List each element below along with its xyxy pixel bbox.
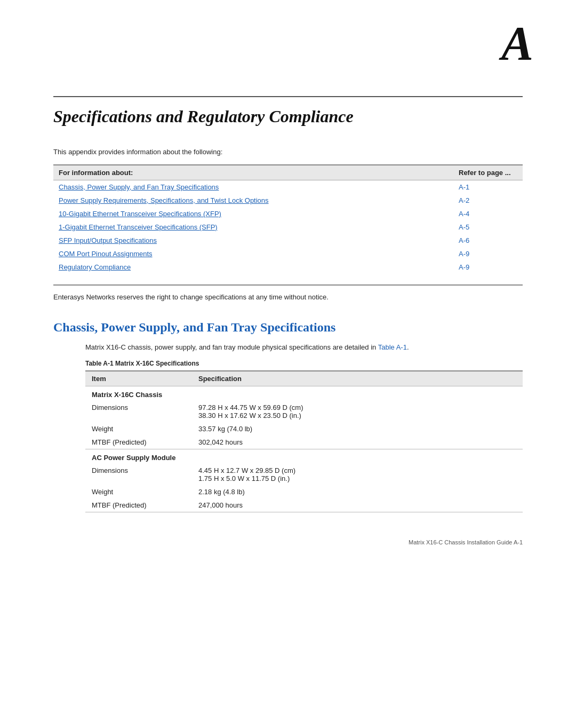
toc-page-ref: A-9 — [453, 247, 523, 260]
page-footer: Matrix X16-C Chassis Installation Guide … — [409, 539, 523, 545]
specs-value: 302,042 hours — [192, 436, 523, 449]
toc-row: COM Port Pinout AssignmentsA-9 — [53, 247, 523, 260]
toc-col2-header: Refer to page ... — [453, 165, 523, 180]
specs-row: Weight2.18 kg (4.8 lb) — [85, 485, 523, 498]
toc-page-ref: A-4 — [453, 207, 523, 220]
toc-page-ref: A-5 — [453, 220, 523, 234]
toc-row: Power Supply Requirements, Specification… — [53, 194, 523, 207]
specs-value: 33.57 kg (74.0 lb) — [192, 422, 523, 436]
toc-topic[interactable]: COM Port Pinout Assignments — [53, 247, 453, 260]
toc-topic[interactable]: Regulatory Compliance — [53, 260, 453, 274]
toc-bottom-rule — [53, 284, 523, 286]
specs-item: MTBF (Predicted) — [85, 498, 192, 512]
specs-value-line: 1.75 H x 5.0 W x 11.75 D (in.) — [198, 474, 516, 482]
notice-text: Enterasys Networks reserves the right to… — [53, 293, 523, 301]
chassis-section-title: Chassis, Power Supply, and Fan Tray Spec… — [53, 320, 523, 335]
toc-page-ref: A-1 — [453, 180, 523, 194]
specs-value-line: 97.28 H x 44.75 W x 59.69 D (cm) — [198, 403, 516, 412]
specs-value-line: 2.18 kg (4.8 lb) — [198, 488, 516, 496]
chapter-mark: A — [501, 16, 533, 71]
specs-section-header: Matrix X-16C Chassis — [85, 386, 523, 401]
chapter-title: Specifications and Regulatory Compliance — [53, 107, 523, 126]
specs-row: Dimensions4.45 H x 12.7 W x 29.85 D (cm)… — [85, 464, 523, 485]
toc-topic[interactable]: Chassis, Power Supply, and Fan Tray Spec… — [53, 180, 453, 194]
specs-value-line: 302,042 hours — [198, 438, 516, 446]
table-a1-label: Table A-1 Matrix X-16C Specifications — [53, 360, 523, 367]
specs-col-item: Item — [85, 371, 192, 386]
specs-value: 2.18 kg (4.8 lb) — [192, 485, 523, 498]
specs-item: MTBF (Predicted) — [85, 436, 192, 449]
section-intro-text: Matrix X16-C chassis, power supply, and … — [85, 343, 376, 351]
toc-row: 1-Gigabit Ethernet Transceiver Specifica… — [53, 220, 523, 234]
table-link[interactable]: Table A-1 — [378, 343, 407, 351]
specs-row: Dimensions97.28 H x 44.75 W x 59.69 D (c… — [85, 401, 523, 422]
specs-item: Weight — [85, 485, 192, 498]
specs-value-line: 33.57 kg (74.0 lb) — [198, 425, 516, 433]
specs-item: Weight — [85, 422, 192, 436]
specs-value-line: 38.30 H x 17.62 W x 23.50 D (in.) — [198, 412, 516, 420]
specs-col-spec: Specification — [192, 371, 523, 386]
toc-row: Regulatory ComplianceA-9 — [53, 260, 523, 274]
specs-row: MTBF (Predicted)302,042 hours — [85, 436, 523, 449]
toc-row: 10-Gigabit Ethernet Transceiver Specific… — [53, 207, 523, 220]
toc-page-ref: A-9 — [453, 260, 523, 274]
specs-section-header: AC Power Supply Module — [85, 449, 523, 464]
specs-value: 97.28 H x 44.75 W x 59.69 D (cm)38.30 H … — [192, 401, 523, 422]
toc-row: Chassis, Power Supply, and Fan Tray Spec… — [53, 180, 523, 194]
toc-topic[interactable]: 1-Gigabit Ethernet Transceiver Specifica… — [53, 220, 453, 234]
section-intro-end: . — [407, 343, 409, 351]
toc-table: For information about: Refer to page ...… — [53, 164, 523, 274]
section-intro: Matrix X16-C chassis, power supply, and … — [53, 343, 523, 351]
specs-section-name: Matrix X-16C Chassis — [85, 386, 523, 401]
toc-page-ref: A-6 — [453, 234, 523, 247]
toc-topic[interactable]: SFP Input/Output Specifications — [53, 234, 453, 247]
specs-value-line: 247,000 hours — [198, 501, 516, 509]
intro-text: This appendix provides information about… — [53, 148, 523, 156]
toc-topic[interactable]: 10-Gigabit Ethernet Transceiver Specific… — [53, 207, 453, 220]
specs-item: Dimensions — [85, 464, 192, 485]
specs-value: 4.45 H x 12.7 W x 29.85 D (cm)1.75 H x 5… — [192, 464, 523, 485]
toc-col1-header: For information about: — [53, 165, 453, 180]
specs-section-name: AC Power Supply Module — [85, 449, 523, 464]
specs-table: Item Specification Matrix X-16C ChassisD… — [85, 370, 523, 512]
page-container: A Specifications and Regulatory Complian… — [0, 0, 576, 560]
specs-value: 247,000 hours — [192, 498, 523, 512]
specs-item: Dimensions — [85, 401, 192, 422]
specs-row: Weight33.57 kg (74.0 lb) — [85, 422, 523, 436]
specs-value-line: 4.45 H x 12.7 W x 29.85 D (cm) — [198, 466, 516, 474]
toc-row: SFP Input/Output SpecificationsA-6 — [53, 234, 523, 247]
specs-row: MTBF (Predicted)247,000 hours — [85, 498, 523, 512]
top-rule — [53, 96, 523, 97]
toc-topic[interactable]: Power Supply Requirements, Specification… — [53, 194, 453, 207]
toc-page-ref: A-2 — [453, 194, 523, 207]
